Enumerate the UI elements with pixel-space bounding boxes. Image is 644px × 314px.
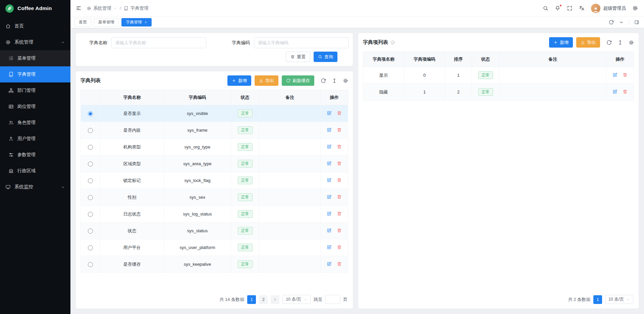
bell-icon[interactable] [555,5,560,11]
delete-icon[interactable] [337,245,342,250]
dict-table-row[interactable]: 日志状态 sys_log_status 正常 [81,206,348,223]
refresh-icon[interactable] [606,40,612,45]
edit-icon[interactable] [327,194,332,199]
edit-icon[interactable] [327,127,332,132]
sidebar-item-region-mgmt[interactable]: 行政区域 [0,163,70,179]
refresh-cache-button[interactable]: 刷新缓存 [282,75,314,86]
delete-icon[interactable] [337,261,342,266]
jump-page-input[interactable] [325,295,340,304]
remark-cell [259,172,321,189]
refresh-icon[interactable] [321,78,326,83]
row-select-radio[interactable] [88,128,93,133]
translate-icon[interactable] [579,5,585,11]
page-1-button[interactable]: 1 [247,295,256,304]
edit-icon[interactable] [327,161,332,166]
tab-home[interactable]: 首页 [74,18,91,26]
dict-table-row[interactable]: 性别 sys_sex 正常 [81,189,348,206]
dict-table-row[interactable]: 是否缓存 sys_keepalive 正常 [81,256,348,273]
row-select-radio[interactable] [88,111,93,116]
reset-button[interactable]: 重置 [286,52,310,62]
row-select-radio[interactable] [88,162,93,167]
username[interactable]: 超级管理员 [603,5,626,11]
dict-code-cell: sys_log_status [164,206,231,223]
tab-menu-mgmt[interactable]: 菜单管理 [94,18,119,26]
dict-table-row[interactable]: 状态 sys_status 正常 [81,223,348,239]
dict-table-row[interactable]: 区域类型 sys_area_type 正常 [81,155,348,172]
add-button[interactable]: 新增 [227,75,251,86]
edit-icon[interactable] [612,89,618,94]
dict-table-row[interactable]: 是否内嵌 sys_frame 正常 [81,122,348,139]
row-select-radio[interactable] [88,212,93,217]
row-select-radio[interactable] [88,245,93,250]
breadcrumb-system[interactable]: 系统管理 [87,5,117,11]
dict-table-row[interactable]: 锁定标记 sys_lock_flag 正常 [81,172,348,189]
next-page-button[interactable] [271,295,279,304]
search-icon[interactable] [543,5,548,11]
sidebar-item-dept-mgmt[interactable]: 部门管理 [0,82,70,99]
sidebar-item-user-mgmt[interactable]: 用户管理 [0,131,70,147]
row-select-radio[interactable] [88,262,93,267]
dict-item-row[interactable]: 隐藏 1 2 正常 [363,84,634,101]
sidebar-section-system[interactable]: 系统管理 [0,34,70,50]
delete-icon[interactable] [337,144,342,149]
delete-icon[interactable] [337,127,342,132]
breadcrumb-dict[interactable]: 字典管理 [124,5,149,11]
dict-code-input[interactable] [254,37,349,48]
table-settings-icon[interactable] [343,78,348,83]
refresh-icon[interactable] [609,20,614,25]
edit-icon[interactable] [327,178,332,183]
sidebar-item-role-mgmt[interactable]: 角色管理 [0,115,70,131]
add-item-button[interactable]: 新增 [549,37,573,48]
row-select-radio[interactable] [88,178,93,183]
export-items-button[interactable]: 导出 [576,37,600,48]
sidebar-item-dict-mgmt[interactable]: 字典管理 [0,66,70,82]
app-logo[interactable]: Coffee Admin [0,0,70,17]
layout-icon[interactable] [634,20,639,25]
menu-fold-icon[interactable] [76,5,82,11]
edit-icon[interactable] [327,211,332,216]
sidebar-item-post-mgmt[interactable]: 岗位管理 [0,99,70,115]
edit-icon[interactable] [327,144,332,149]
dict-table-row[interactable]: 是否显示 sys_visible 正常 [81,105,348,122]
row-select-radio[interactable] [88,229,93,234]
edit-icon[interactable] [327,261,332,266]
page-2-button[interactable]: 2 [259,295,268,304]
chevron-down-icon[interactable] [619,20,624,25]
close-icon[interactable] [144,21,147,24]
delete-icon[interactable] [337,161,342,166]
dict-table-row[interactable]: 用户平台 sys_user_platform 正常 [81,239,348,256]
delete-icon[interactable] [337,178,342,183]
delete-icon[interactable] [623,72,628,77]
sidebar-item-param-mgmt[interactable]: 参数管理 [0,147,70,163]
edit-icon[interactable] [327,245,332,250]
dict-table-row[interactable]: 机构类型 sys_org_type 正常 [81,139,348,155]
sidebar-item-home[interactable]: 首页 [0,18,70,34]
delete-icon[interactable] [337,228,342,233]
delete-icon[interactable] [337,194,342,199]
column-settings-icon[interactable] [618,40,623,45]
dict-name-input[interactable] [111,37,206,48]
plus-icon [553,40,558,45]
dict-item-row[interactable]: 显示 0 1 正常 [363,67,634,84]
column-settings-icon[interactable] [332,78,337,83]
settings-icon[interactable] [632,5,638,11]
fullscreen-icon[interactable] [567,5,573,11]
page-size-select[interactable]: 10 条/页 [605,295,633,304]
delete-icon[interactable] [337,211,342,216]
edit-icon[interactable] [327,111,332,116]
tab-dict-mgmt[interactable]: 字典管理 [121,18,152,26]
edit-icon[interactable] [327,228,332,233]
page-1-button[interactable]: 1 [593,295,602,304]
table-settings-icon[interactable] [629,40,634,45]
row-select-radio[interactable] [88,145,93,150]
sidebar-section-monitor[interactable]: 系统监控 [0,179,70,195]
delete-icon[interactable] [623,89,628,94]
avatar[interactable] [591,4,600,13]
page-size-select[interactable]: 10 条/页 [282,295,311,304]
query-button[interactable]: 查询 [314,52,337,62]
export-button[interactable]: 导出 [255,75,278,86]
edit-icon[interactable] [612,72,618,77]
row-select-radio[interactable] [88,195,93,200]
sidebar-item-menu-mgmt[interactable]: 菜单管理 [0,50,70,66]
delete-icon[interactable] [337,111,342,116]
